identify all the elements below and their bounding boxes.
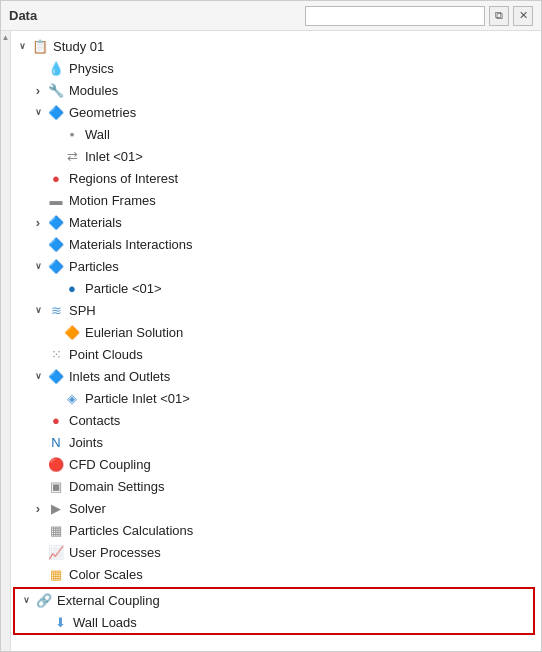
tree-item-wall[interactable]: ▪Wall [11, 123, 541, 145]
expand-icon-wallloads[interactable] [35, 615, 49, 629]
node-icon-extcoupling: 🔗 [35, 591, 53, 609]
node-label-roi: Regions of Interest [69, 171, 178, 186]
node-label-cfd: CFD Coupling [69, 457, 151, 472]
node-label-colorscales: Color Scales [69, 567, 143, 582]
node-icon-cfd: 🔴 [47, 455, 65, 473]
node-label-inletsoutlets: Inlets and Outlets [69, 369, 170, 384]
node-label-matint: Materials Interactions [69, 237, 193, 252]
expand-icon-inlet[interactable] [47, 149, 61, 163]
expand-icon-cfd[interactable] [31, 457, 45, 471]
expand-icon-sph[interactable]: ∨ [31, 303, 45, 317]
node-icon-physics: 💧 [47, 59, 65, 77]
node-label-wall: Wall [85, 127, 110, 142]
node-icon-pointcloud: ⁙ [47, 345, 65, 363]
expand-icon-modules[interactable]: › [31, 83, 45, 97]
tree-item-extcoupling[interactable]: ∨🔗External Coupling [15, 589, 533, 611]
scroll-up-arrow[interactable]: ▲ [1, 33, 11, 42]
node-label-particle01: Particle <01> [85, 281, 162, 296]
node-label-particleinlet: Particle Inlet <01> [85, 391, 190, 406]
tree-item-pointcloud[interactable]: ⁙Point Clouds [11, 343, 541, 365]
expand-icon-inletsoutlets[interactable]: ∨ [31, 369, 45, 383]
title-controls: ⧉ ✕ [305, 6, 533, 26]
tree-item-physics[interactable]: 💧Physics [11, 57, 541, 79]
node-label-materials: Materials [69, 215, 122, 230]
node-icon-wallloads: ⬇ [51, 613, 69, 631]
tree-item-solver[interactable]: ›▶Solver [11, 497, 541, 519]
expand-icon-matint[interactable] [31, 237, 45, 251]
expand-icon-materials[interactable]: › [31, 215, 45, 229]
node-label-geometries: Geometries [69, 105, 136, 120]
expand-icon-colorscales[interactable] [31, 567, 45, 581]
window-title: Data [9, 8, 305, 23]
tree-item-joints[interactable]: NJoints [11, 431, 541, 453]
expand-icon-particle01[interactable] [47, 281, 61, 295]
expand-icon-physics[interactable] [31, 61, 45, 75]
node-icon-particles: 🔷 [47, 257, 65, 275]
expand-icon-motion[interactable] [31, 193, 45, 207]
tree-item-sph[interactable]: ∨≋SPH [11, 299, 541, 321]
expand-icon-particleinlet[interactable] [47, 391, 61, 405]
expand-icon-joints[interactable] [31, 435, 45, 449]
expand-icon-extcoupling[interactable]: ∨ [19, 593, 33, 607]
expand-icon-geometries[interactable]: ∨ [31, 105, 45, 119]
expand-icon-eulerian[interactable] [47, 325, 61, 339]
tree-item-userproc[interactable]: 📈User Processes [11, 541, 541, 563]
node-icon-particle01: ● [63, 279, 81, 297]
node-icon-materials: 🔷 [47, 213, 65, 231]
expand-icon-partcalc[interactable] [31, 523, 45, 537]
tree-item-particleinlet[interactable]: ◈Particle Inlet <01> [11, 387, 541, 409]
maximize-button[interactable]: ⧉ [489, 6, 509, 26]
node-icon-matint: 🔷 [47, 235, 65, 253]
tree-item-colorscales[interactable]: ▦Color Scales [11, 563, 541, 585]
node-label-sph: SPH [69, 303, 96, 318]
node-label-contacts: Contacts [69, 413, 120, 428]
node-icon-colorscales: ▦ [47, 565, 65, 583]
tree-item-modules[interactable]: ›🔧Modules [11, 79, 541, 101]
tree-item-contacts[interactable]: ●Contacts [11, 409, 541, 431]
tree-item-inletsoutlets[interactable]: ∨🔷Inlets and Outlets [11, 365, 541, 387]
expand-icon-contacts[interactable] [31, 413, 45, 427]
node-label-extcoupling: External Coupling [57, 593, 160, 608]
tree-item-geometries[interactable]: ∨🔷Geometries [11, 101, 541, 123]
node-icon-geometries: 🔷 [47, 103, 65, 121]
tree-item-inlet[interactable]: ⇄Inlet <01> [11, 145, 541, 167]
expand-icon-wall[interactable] [47, 127, 61, 141]
tree-item-materials[interactable]: ›🔷Materials [11, 211, 541, 233]
tree-item-study01[interactable]: ∨📋Study 01 [11, 35, 541, 57]
node-label-userproc: User Processes [69, 545, 161, 560]
node-icon-study01: 📋 [31, 37, 49, 55]
tree-item-roi[interactable]: ●Regions of Interest [11, 167, 541, 189]
expand-icon-pointcloud[interactable] [31, 347, 45, 361]
expand-icon-particles[interactable]: ∨ [31, 259, 45, 273]
tree-item-motion[interactable]: ▬Motion Frames [11, 189, 541, 211]
node-icon-domain: ▣ [47, 477, 65, 495]
node-icon-eulerian: 🔶 [63, 323, 81, 341]
tree-item-particles[interactable]: ∨🔷Particles [11, 255, 541, 277]
scrollbar[interactable]: ▲ [1, 31, 11, 651]
tree-item-wallloads[interactable]: ⬇Wall Loads [15, 611, 533, 633]
expand-icon-roi[interactable] [31, 171, 45, 185]
title-bar: Data ⧉ ✕ [1, 1, 541, 31]
node-icon-motion: ▬ [47, 191, 65, 209]
expand-icon-study01[interactable]: ∨ [15, 39, 29, 53]
tree-item-domain[interactable]: ▣Domain Settings [11, 475, 541, 497]
node-icon-roi: ● [47, 169, 65, 187]
close-button[interactable]: ✕ [513, 6, 533, 26]
node-label-study01: Study 01 [53, 39, 104, 54]
node-icon-contacts: ● [47, 411, 65, 429]
node-label-eulerian: Eulerian Solution [85, 325, 183, 340]
node-icon-modules: 🔧 [47, 81, 65, 99]
tree-item-partcalc[interactable]: ▦Particles Calculations [11, 519, 541, 541]
search-input[interactable] [305, 6, 485, 26]
tree-item-particle01[interactable]: ●Particle <01> [11, 277, 541, 299]
node-icon-particleinlet: ◈ [63, 389, 81, 407]
tree-item-eulerian[interactable]: 🔶Eulerian Solution [11, 321, 541, 343]
tree-item-matint[interactable]: 🔷Materials Interactions [11, 233, 541, 255]
node-icon-inletsoutlets: 🔷 [47, 367, 65, 385]
tree-item-cfd[interactable]: 🔴CFD Coupling [11, 453, 541, 475]
expand-icon-solver[interactable]: › [31, 501, 45, 515]
main-window: Data ⧉ ✕ ▲ ∨📋Study 01💧Physics›🔧Modules∨🔷… [0, 0, 542, 652]
expand-icon-userproc[interactable] [31, 545, 45, 559]
expand-icon-domain[interactable] [31, 479, 45, 493]
highlight-group: ∨🔗External Coupling⬇Wall Loads [13, 587, 535, 635]
